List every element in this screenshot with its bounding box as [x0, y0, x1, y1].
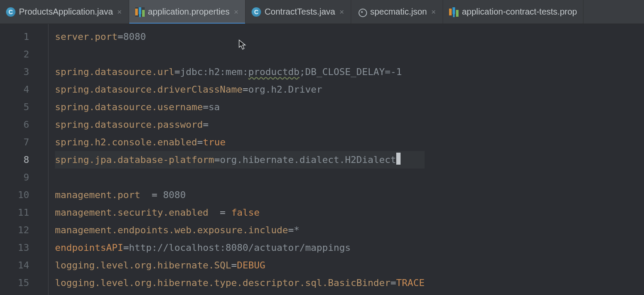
code-line[interactable]: management.security.enabled = false — [55, 204, 425, 221]
code-line[interactable]: spring.jpa.database-platform=org.hiberna… — [55, 151, 425, 169]
code-token: * — [294, 225, 299, 235]
close-icon[interactable]: × — [233, 8, 240, 16]
code-line[interactable]: spring.datasource.url=jdbc:h2:mem:produc… — [55, 63, 425, 81]
code-token: logging.level.org.hibernate.SQL — [55, 260, 231, 271]
line-number: 2 — [0, 45, 43, 63]
code-line[interactable]: endpointsAPI=http://localhost:8080/actua… — [55, 239, 425, 256]
code-line[interactable]: server.port=8080 — [55, 28, 425, 45]
code-content[interactable]: server.port=8080 spring.datasource.url=j… — [43, 24, 425, 295]
line-number: 8 — [0, 151, 43, 169]
code-line[interactable] — [55, 169, 425, 186]
code-token: spring.jpa.database-platform — [55, 154, 214, 165]
code-line[interactable]: spring.datasource.username=sa — [55, 98, 425, 116]
code-token: spring.datasource.url — [55, 66, 174, 77]
line-number: 6 — [0, 116, 43, 133]
properties-icon — [135, 7, 145, 17]
tab-specmatic-json[interactable]: specmatic.json × — [351, 0, 443, 24]
code-line[interactable]: management.endpoints.web.exposure.includ… — [55, 221, 425, 239]
line-number: 13 — [0, 239, 43, 256]
code-token: = — [174, 66, 180, 77]
text-caret — [396, 153, 401, 165]
code-token: true — [203, 137, 225, 148]
code-token: = — [203, 119, 208, 130]
line-number: 9 — [0, 169, 43, 186]
properties-icon — [449, 7, 459, 17]
code-token: 8080 — [163, 190, 186, 200]
code-token: jdbc:h2:mem: — [180, 66, 248, 77]
code-editor[interactable]: 123456789101112131415 server.port=8080 s… — [0, 24, 644, 295]
code-token: = — [203, 102, 208, 112]
close-icon[interactable]: × — [116, 8, 123, 16]
close-icon[interactable]: × — [339, 8, 345, 16]
tab-label: application.properties — [148, 7, 230, 17]
code-line[interactable]: management.port = 8080 — [55, 186, 425, 204]
line-number: 4 — [0, 81, 43, 98]
line-number: 12 — [0, 221, 43, 239]
tab-label: ContractTests.java — [264, 7, 335, 17]
close-icon[interactable]: × — [430, 8, 437, 16]
line-number: 3 — [0, 63, 43, 81]
json-icon — [357, 7, 367, 17]
line-number: 7 — [0, 133, 43, 151]
line-number: 11 — [0, 204, 43, 221]
tab-label: application-contract-tests.prop — [462, 7, 577, 17]
java-icon — [252, 7, 261, 17]
code-token: spring.datasource.username — [55, 102, 203, 112]
code-token: management.endpoints.web.exposure.includ… — [55, 225, 288, 235]
code-token: productdb — [248, 66, 299, 77]
code-line[interactable]: spring.h2.console.enabled=true — [55, 133, 425, 151]
line-number: 5 — [0, 98, 43, 116]
code-token: = — [214, 207, 231, 218]
tab-products-application[interactable]: ProductsApplication.java × — [0, 0, 129, 24]
java-icon — [6, 7, 15, 17]
tab-application-contract-tests-properties[interactable]: application-contract-tests.prop — [443, 0, 583, 24]
code-token: endpointsAPI — [55, 242, 123, 253]
code-token: sa — [209, 102, 220, 112]
line-number: 14 — [0, 256, 43, 274]
code-token: false — [231, 207, 260, 218]
code-token: = — [231, 260, 237, 271]
gutter-separator — [48, 24, 49, 295]
line-number: 15 — [0, 274, 43, 292]
code-line[interactable]: logging.level.org.hibernate.SQL=DEBUG — [55, 256, 425, 274]
code-token: TRACE — [396, 277, 425, 288]
code-token: management.security.enabled — [55, 207, 214, 218]
code-line[interactable]: spring.datasource.password= — [55, 116, 425, 133]
code-token: spring.datasource.driverClassName — [55, 84, 243, 95]
line-number: 1 — [0, 28, 43, 45]
code-line[interactable]: spring.datasource.driverClassName=org.h2… — [55, 81, 425, 98]
code-token: 8080 — [123, 31, 146, 42]
line-number: 10 — [0, 186, 43, 204]
tab-label: ProductsApplication.java — [19, 7, 113, 17]
tab-contract-tests[interactable]: ContractTests.java × — [246, 0, 351, 24]
tab-label: specmatic.json — [370, 7, 427, 17]
code-token: management.port — [55, 190, 146, 200]
code-token: = — [146, 190, 163, 200]
code-token: = — [390, 277, 396, 288]
code-token: server.port — [55, 31, 118, 42]
code-token: ;DB_CLOSE_DELAY=-1 — [300, 66, 402, 77]
tab-application-properties[interactable]: application.properties × — [129, 0, 246, 24]
editor-tabs: ProductsApplication.java × application.p… — [0, 0, 644, 24]
code-token: = — [123, 242, 129, 253]
code-token: spring.h2.console.enabled — [55, 137, 197, 148]
code-token: spring.datasource.password — [55, 119, 203, 130]
code-token: = — [214, 154, 220, 165]
code-token: logging.level.org.hibernate.type.descrip… — [55, 277, 390, 288]
code-token: org.h2.Driver — [248, 84, 322, 95]
code-token: = — [197, 137, 203, 148]
code-token: http://localhost:8080/actuator/mappings — [129, 242, 351, 253]
code-line[interactable]: logging.level.org.hibernate.type.descrip… — [55, 274, 425, 292]
code-token: = — [243, 84, 248, 95]
code-token: = — [118, 31, 123, 42]
line-number-gutter: 123456789101112131415 — [0, 24, 43, 295]
code-token: org.hibernate.dialect.H2Dialect — [220, 154, 396, 165]
code-token: DEBUG — [237, 260, 265, 271]
code-token: = — [288, 225, 294, 235]
code-line[interactable] — [55, 45, 425, 63]
